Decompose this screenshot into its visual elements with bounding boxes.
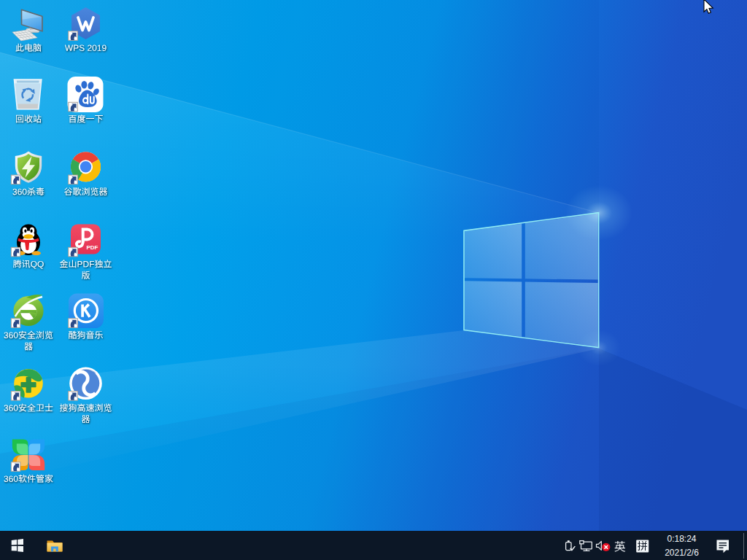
svg-text:PDF: PDF <box>87 244 98 251</box>
svg-text:2021/2/6: 2021/2/6 <box>665 548 699 558</box>
svg-text:0:18:24: 0:18:24 <box>667 534 696 544</box>
